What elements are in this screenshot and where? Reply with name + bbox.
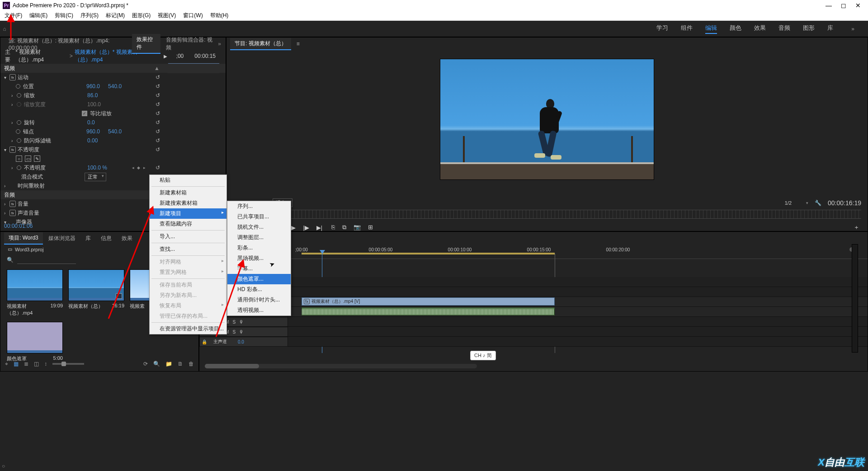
fx-icon[interactable]: fx	[9, 146, 16, 153]
workspace-overflow[interactable]: »	[851, 26, 854, 32]
menu-item[interactable]: 脱机文件...	[227, 222, 291, 232]
new-item-submenu[interactable]: 序列...已共享项目...脱机文件...调整图层...彩条...黑场视频...字…	[227, 201, 291, 316]
workspace-graphics[interactable]: 图形	[803, 24, 815, 34]
tab-libraries[interactable]: 库	[81, 233, 95, 244]
menu-edit[interactable]: 编辑(E)	[28, 12, 49, 19]
mini-play-icon[interactable]: ▶	[164, 54, 167, 59]
menu-help[interactable]: 帮助(H)	[208, 12, 231, 19]
track-header-master[interactable]: 🔒主声道0.0	[199, 337, 288, 347]
menu-item[interactable]: HD 彩条...	[227, 284, 291, 295]
fx-motion[interactable]: 运动	[18, 74, 72, 81]
timeline-playhead-icon[interactable]	[320, 250, 325, 254]
workspace-assembly[interactable]: 组件	[681, 24, 693, 34]
menubar[interactable]: 文件(F) 编辑(E) 剪辑(C) 序列(S) 标记(M) 图形(G) 视图(V…	[0, 11, 868, 21]
reset-icon[interactable]: ↺	[156, 165, 160, 171]
stopwatch-icon[interactable]	[17, 165, 21, 170]
workspace-color[interactable]: 颜色	[730, 24, 741, 34]
stopwatch-icon[interactable]	[17, 120, 21, 125]
menu-window[interactable]: 窗口(W)	[181, 12, 204, 19]
tab-audio-clip-mixer[interactable]: 音频剪辑混合器: 视频	[161, 34, 217, 53]
reset-icon[interactable]: ↺	[156, 101, 160, 108]
project-breadcrumb[interactable]: Word3.prproj	[15, 247, 43, 252]
program-ruler[interactable]	[233, 210, 861, 219]
fx-rotation-v[interactable]: 0.0	[87, 119, 95, 126]
reset-icon[interactable]: ↺	[156, 119, 160, 126]
ime-indicator[interactable]: CH ♪ 简	[470, 351, 496, 360]
mask-ellipse-icon[interactable]: ○	[16, 155, 22, 162]
freeform-view-button[interactable]: ◫	[34, 361, 39, 367]
tab-info[interactable]: 信息	[96, 233, 116, 244]
fx-position-x[interactable]: 960.0	[86, 83, 100, 89]
button-editor-icon[interactable]: ＋	[854, 223, 859, 231]
new-item-icon[interactable]: 🗎	[178, 361, 183, 367]
track-a3[interactable]	[288, 327, 868, 337]
menu-item[interactable]: 颜色遮罩...	[227, 274, 291, 284]
menu-item[interactable]: 粘贴	[150, 175, 226, 185]
fx-icon[interactable]: fx	[9, 74, 16, 80]
mic-icon[interactable]: 🎙	[239, 320, 244, 325]
auto-refresh-icon[interactable]: ⟳	[143, 361, 148, 367]
fx-channel-volume[interactable]: 声道音量	[18, 209, 72, 217]
video-clip[interactable]: fx视频素材（总）.mp4 [V]	[302, 297, 555, 306]
workspace-learn[interactable]: 学习	[656, 24, 668, 34]
project-item[interactable]: 颜色遮罩5:00	[7, 322, 63, 362]
menu-item[interactable]: 查看隐藏内容	[150, 219, 226, 229]
tab-program[interactable]: 节目: 视频素材（总）	[230, 38, 291, 50]
fx-volume[interactable]: 音量	[18, 200, 72, 208]
minimize-button[interactable]: —	[826, 2, 832, 9]
menu-item[interactable]: 新建项目	[150, 208, 226, 219]
reset-icon[interactable]: ↺	[156, 92, 160, 99]
fx-icon[interactable]: fx	[9, 210, 16, 216]
menu-sequence[interactable]: 序列(S)	[79, 12, 100, 19]
reset-icon[interactable]: ↺	[156, 137, 160, 144]
step-forward-icon[interactable]: |▶	[303, 224, 309, 231]
work-area-bar[interactable]	[302, 253, 555, 254]
menu-item[interactable]: 已共享项目...	[227, 212, 291, 222]
menu-item[interactable]: 查找...	[150, 244, 226, 254]
fx-icon[interactable]: fx	[9, 201, 16, 207]
wrench-icon[interactable]: 🔧	[815, 200, 821, 206]
fx-anchor-y[interactable]: 540.0	[108, 128, 122, 135]
fx-opacity[interactable]: 不透明度	[18, 146, 72, 154]
project-item[interactable]: 视频素材（总）16:19	[68, 269, 124, 316]
menu-item[interactable]: 通用倒计时片头...	[227, 295, 291, 305]
home-icon[interactable]: ⌂	[0, 26, 9, 32]
timeline-scrollbar[interactable]	[205, 364, 477, 368]
menu-graphics[interactable]: 图形(G)	[130, 12, 152, 19]
menu-view[interactable]: 视图(V)	[156, 12, 178, 19]
snapping-icon[interactable]: ⌖	[5, 361, 8, 367]
bin-icon[interactable]: ▭	[8, 246, 12, 252]
workspace-effects[interactable]: 效果	[754, 24, 766, 34]
new-bin-icon[interactable]: 📁	[165, 361, 172, 367]
stopwatch-icon[interactable]	[17, 93, 21, 98]
extract-icon[interactable]: ⧉	[342, 224, 346, 231]
fx-anchor-x[interactable]: 960.0	[86, 128, 100, 135]
scrollbar-thumb[interactable]	[205, 364, 259, 368]
track-a2[interactable]	[288, 317, 868, 327]
checkbox-icon[interactable]: ✓	[82, 111, 87, 116]
resolution-select[interactable]: 1/2	[785, 200, 792, 206]
mask-pen-icon[interactable]: ✎	[34, 155, 40, 162]
menu-item[interactable]: 导入...	[150, 231, 226, 242]
thumbnail-zoom-slider[interactable]	[52, 363, 84, 365]
stopwatch-icon[interactable]	[17, 138, 21, 143]
tab-source[interactable]: 源: 视频素材（总）: 视频素材（总）.mp4: 00:00:00:00	[4, 35, 131, 53]
project-context-menu[interactable]: 粘贴新建素材箱新建搜索素材箱新建项目查看隐藏内容导入...查找...对齐网格重置…	[149, 174, 227, 334]
menu-item[interactable]: 透明视频...	[227, 305, 291, 316]
fx-time-remap[interactable]: 时间重映射	[18, 182, 72, 190]
timeline-timecode[interactable]: 00:00:01:06	[199, 232, 868, 247]
stopwatch-icon[interactable]	[16, 129, 20, 134]
audio-meter[interactable]	[852, 244, 858, 353]
menu-item[interactable]: 彩条...	[227, 243, 291, 253]
maximize-button[interactable]: ◻	[841, 2, 846, 9]
stopwatch-icon[interactable]	[16, 84, 20, 89]
mask-rect-icon[interactable]: ▭	[25, 155, 31, 162]
menu-marker[interactable]: 标记(M)	[104, 12, 127, 19]
mic-icon[interactable]: 🎙	[239, 330, 244, 334]
chevron-down-icon[interactable]: ▾	[806, 201, 808, 205]
menu-item[interactable]: 调整图层...	[227, 232, 291, 243]
menu-file[interactable]: 文件(F)	[3, 12, 24, 19]
play-icon[interactable]: ▶	[291, 224, 296, 231]
lift-icon[interactable]: ⎘	[331, 224, 335, 231]
lock-icon[interactable]: 🔒	[202, 339, 207, 344]
